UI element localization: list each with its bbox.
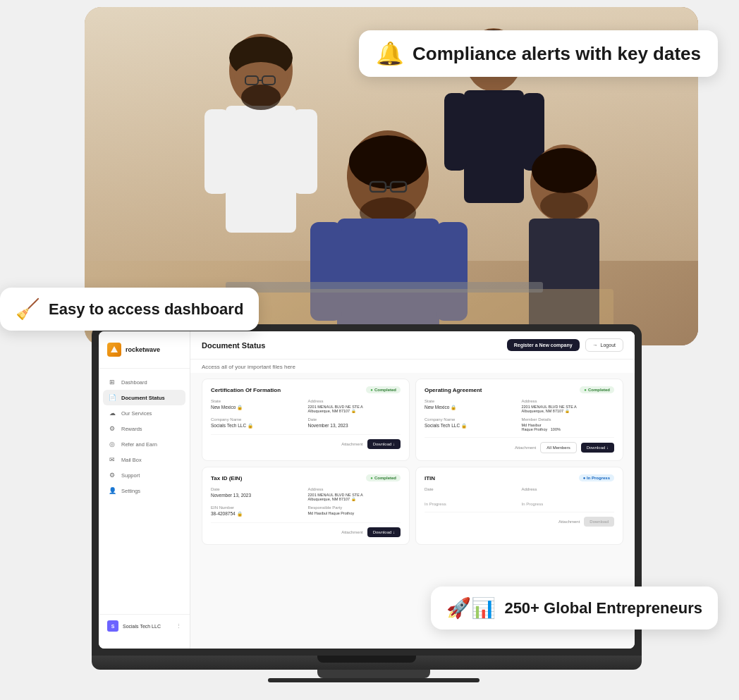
status-badge-completed: Completed (366, 474, 401, 481)
svg-rect-15 (444, 93, 467, 171)
page-header: Document Status Register a New company →… (190, 331, 635, 360)
svg-point-28 (540, 192, 588, 220)
doc-field-date: Date November 13, 2023 (211, 487, 304, 501)
all-members-button[interactable]: All Members (540, 442, 576, 453)
field-label: State (425, 399, 518, 403)
doc-field-date: Date (425, 487, 518, 498)
laptop-mockup: rocketwave ⊞ Dashboard 📄 Document Status… (92, 324, 656, 691)
doc-title: Tax ID (EIN) (211, 475, 242, 481)
field-value: New Mexico 🔒 (425, 405, 518, 410)
doc-title: ITIN (425, 475, 435, 481)
field-value: 2201 MENAUL BLVD NE STE AAlbuquerque, NM… (308, 405, 401, 413)
field-label: EIN Number (211, 505, 304, 510)
page-title: Document Status (202, 341, 265, 350)
sidebar-item-rewards[interactable]: ⚙ Rewards (99, 421, 190, 436)
svg-point-18 (349, 135, 427, 189)
services-icon: ☁ (107, 410, 117, 417)
rewards-icon: ⚙ (107, 425, 117, 432)
field-label: Date (425, 487, 518, 491)
doc-field-address: Address (522, 487, 615, 498)
field-label: Company Name (425, 417, 518, 422)
document-icon: 📄 (107, 394, 117, 401)
doc-field-address: Address 2201 MENAUL BLVD NE STE AAlbuque… (308, 487, 401, 501)
laptop-foot (268, 678, 480, 682)
bell-icon: 🔔 (376, 40, 404, 67)
svg-rect-9 (204, 109, 229, 194)
doc-attachment: Attachment Download ↓ (211, 522, 401, 537)
download-button[interactable]: Download ↓ (367, 439, 401, 449)
doc-field-state: State New Mexico 🔒 (425, 399, 518, 413)
company-selector[interactable]: S Socials Tech LLC ⋮ (107, 620, 181, 632)
page-subtitle: Access all of your important files here (190, 360, 635, 373)
doc-attachment: Attachment All Members Download ↓ (425, 437, 614, 453)
support-icon: ⚙ (107, 472, 117, 479)
app-sidebar: rocketwave ⊞ Dashboard 📄 Document Status… (99, 331, 190, 649)
field-label: Address (308, 487, 401, 491)
doc-title: Operating Agreement (425, 387, 482, 393)
doc-field-responsible: Responsible Party Md Hasibul Haque Proth… (308, 505, 401, 517)
logout-label: Logout (601, 343, 616, 348)
field-label: Address (308, 399, 401, 403)
register-company-button[interactable]: Register a New company (507, 339, 580, 351)
doc-title: Certification Of Formation (211, 387, 281, 393)
sidebar-item-our-services[interactable]: ☁ Our Services (99, 405, 190, 421)
compliance-alert-badge: 🔔 Compliance alerts with key dates (359, 30, 718, 77)
doc-field-ein: EIN Number 38-4208754 🔒 (211, 505, 304, 517)
dashboard-icon: ⊞ (107, 379, 117, 386)
doc-field-inprogress1: In Progress (425, 502, 518, 506)
compliance-badge-text: Compliance alerts with key dates (413, 43, 701, 65)
svg-rect-8 (226, 106, 296, 233)
tool-icon: 🧹 (16, 297, 40, 321)
doc-fields: State New Mexico 🔒 Address 2201 MENAUL B… (211, 399, 401, 429)
field-label: State (211, 399, 304, 403)
doc-field-company: Company Name Socials Tech LLC 🔒 (425, 417, 518, 431)
dashboard-access-badge: 🧹 Easy to access dashboard (0, 288, 259, 331)
dashboard-badge-text: Easy to access dashboard (49, 300, 243, 319)
svg-rect-14 (464, 90, 524, 203)
field-label: Responsible Party (308, 505, 401, 510)
doc-fields: Date Address In Progress I (425, 487, 614, 506)
field-value: Md HasiburHaque Prothoy 100% (522, 423, 615, 431)
documents-grid: Certification Of Formation Completed Sta… (190, 373, 635, 551)
doc-attachment: Attachment Download ↓ (211, 434, 401, 449)
sidebar-item-dashboard[interactable]: ⊞ Dashboard (99, 374, 190, 390)
attachment-label: Attachment (341, 442, 362, 446)
field-value (425, 493, 518, 498)
field-label: Address (522, 399, 615, 403)
sidebar-item-refer-earn[interactable]: ◎ Refer and Earn (99, 436, 190, 452)
mail-icon: ✉ (107, 456, 117, 463)
download-button[interactable]: Download ↓ (367, 527, 401, 537)
download-button[interactable]: Download ↓ (581, 443, 614, 453)
company-avatar: S (107, 620, 118, 632)
sidebar-item-document-status[interactable]: 📄 Document Status (103, 390, 185, 405)
attachment-label: Attachment (515, 446, 536, 450)
sidebar-company: S Socials Tech LLC ⋮ (99, 614, 190, 637)
field-value: Md Hasibul Haque Prothoy (308, 511, 401, 515)
download-button-disabled: Download (584, 517, 614, 527)
doc-card-operating: Operating Agreement Completed State New … (415, 379, 623, 461)
laptop-stand (317, 670, 430, 678)
refer-icon: ◎ (107, 441, 117, 448)
laptop-base (92, 656, 642, 670)
field-label: Date (308, 417, 401, 422)
logo-text: rocketwave (126, 346, 160, 353)
sidebar-item-label: Mail Box (121, 457, 142, 463)
doc-card-header: Certification Of Formation Completed (211, 386, 401, 393)
doc-card-header: Tax ID (EIN) Completed (211, 474, 401, 481)
field-label: Date (211, 487, 304, 491)
sidebar-item-label: Our Services (121, 410, 152, 417)
svg-marker-32 (111, 346, 118, 352)
logout-button[interactable]: → Logout (585, 338, 623, 352)
status-badge-completed: Completed (580, 386, 614, 393)
doc-field-state: State New Mexico 🔒 (211, 399, 304, 413)
sidebar-item-label: Refer and Earn (121, 441, 157, 448)
sidebar-item-support[interactable]: ⚙ Support (99, 467, 190, 483)
sidebar-item-mailbox[interactable]: ✉ Mail Box (99, 452, 190, 467)
doc-field-address: Address 2201 MENAUL BLVD NE STE AAlbuque… (522, 399, 615, 413)
field-value: In Progress (522, 502, 615, 506)
sidebar-item-settings[interactable]: 👤 Settings (99, 483, 190, 498)
sidebar-item-label: Settings (121, 488, 140, 494)
sidebar-item-label: Support (121, 472, 140, 479)
svg-rect-10 (293, 109, 317, 194)
doc-field-members: Member Details Md HasiburHaque Prothoy 1… (522, 417, 615, 431)
